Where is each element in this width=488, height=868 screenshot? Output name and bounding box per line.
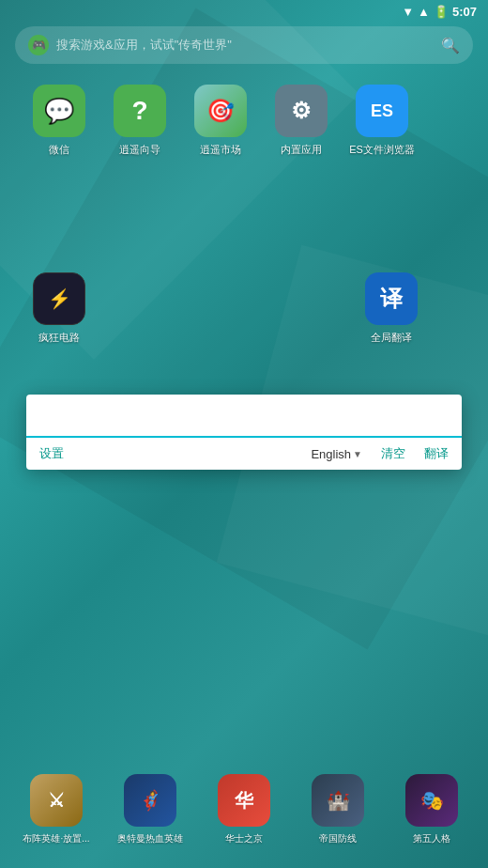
app-grid-translate-area: 译 全局翻译 xyxy=(0,272,488,360)
dock-item-five[interactable]: 🎭 第五人格 xyxy=(391,774,472,845)
es-icon: ES xyxy=(356,85,408,137)
market-icon: 🎯 xyxy=(194,85,247,137)
empire-icon: 🏰 xyxy=(312,774,364,827)
logo-icon: 🎮 xyxy=(32,39,46,52)
market-label: 逍遥市场 xyxy=(200,143,241,157)
battle-label: 布阵英雄·放置... xyxy=(23,832,89,845)
es-label: ES文件浏览器 xyxy=(349,143,415,157)
status-bar: ▼ ▲ 🔋 5:07 xyxy=(0,0,488,23)
search-bar[interactable]: 🎮 搜索游戏&应用，试试"传奇世界" 🔍 xyxy=(15,26,473,64)
app-item-es[interactable]: ES ES文件浏览器 xyxy=(342,85,422,157)
builtin-label: 内置应用 xyxy=(281,143,322,157)
translate-app-label: 全局翻译 xyxy=(371,331,412,345)
wechat-icon: 💬 xyxy=(33,85,85,137)
app-item-wechat[interactable]: 💬 微信 xyxy=(19,85,99,157)
cavalier-label: 奥特曼热血英雄 xyxy=(117,832,183,845)
translate-input-field[interactable] xyxy=(39,406,449,428)
translate-input-area xyxy=(26,395,462,438)
language-arrow: ▼ xyxy=(353,449,362,459)
app-item-translate[interactable]: 译 全局翻译 xyxy=(351,272,432,345)
dock-item-empire[interactable]: 🏰 帝国防线 xyxy=(297,774,378,845)
search-icon[interactable]: 🔍 xyxy=(441,37,460,54)
app-item-builtin[interactable]: ⚙ 内置应用 xyxy=(261,85,342,157)
huashi-icon: 华 xyxy=(218,774,270,827)
wechat-label: 微信 xyxy=(49,143,69,157)
status-icons: ▼ ▲ 🔋 5:07 xyxy=(402,5,477,19)
clear-button[interactable]: 清空 xyxy=(381,445,405,462)
language-label: English xyxy=(311,447,351,461)
language-selector[interactable]: English ▼ xyxy=(311,447,362,461)
guide-icon: ? xyxy=(114,85,166,137)
translate-toolbar: 设置 English ▼ 清空 翻译 xyxy=(26,438,462,470)
search-placeholder: 搜索游戏&应用，试试"传奇世界" xyxy=(56,37,232,54)
five-label: 第五人格 xyxy=(413,832,450,845)
wifi-icon: ▼ xyxy=(402,5,414,19)
guide-label: 逍遥向导 xyxy=(119,143,160,157)
battle-icon: ⚔ xyxy=(30,774,83,827)
translate-button[interactable]: 翻译 xyxy=(424,445,449,462)
huashi-label: 华士之京 xyxy=(225,832,263,845)
dock-item-battle[interactable]: ⚔ 布阵英雄·放置... xyxy=(16,774,97,845)
app-item-guide[interactable]: ? 逍遥向导 xyxy=(99,85,180,157)
dock-item-cavalier[interactable]: 🦸 奥特曼热血英雄 xyxy=(110,774,191,845)
settings-button[interactable]: 设置 xyxy=(39,445,64,462)
builtin-icon: ⚙ xyxy=(275,85,328,137)
time-display: 5:07 xyxy=(452,5,477,19)
translate-app-icon: 译 xyxy=(365,272,418,325)
cavalier-icon: 🦸 xyxy=(124,774,176,827)
app-grid: 💬 微信 ? 逍遥向导 🎯 逍遥市场 ⚙ 内置应用 ES ES文件浏览器 xyxy=(0,75,488,181)
signal-icon: ▲ xyxy=(418,5,430,19)
five-icon: 🎭 xyxy=(405,774,458,827)
empire-label: 帝国防线 xyxy=(319,832,357,845)
translate-popup: 设置 English ▼ 清空 翻译 xyxy=(26,395,462,470)
battery-icon: 🔋 xyxy=(434,5,449,19)
bottom-dock: ⚔ 布阵英雄·放置... 🦸 奥特曼热血英雄 华 华士之京 🏰 帝国防线 🎭 第… xyxy=(0,774,488,868)
search-bar-logo: 🎮 xyxy=(28,35,49,55)
app-item-market[interactable]: 🎯 逍遥市场 xyxy=(180,85,261,157)
dock-item-huashi[interactable]: 华 华士之京 xyxy=(204,774,284,845)
